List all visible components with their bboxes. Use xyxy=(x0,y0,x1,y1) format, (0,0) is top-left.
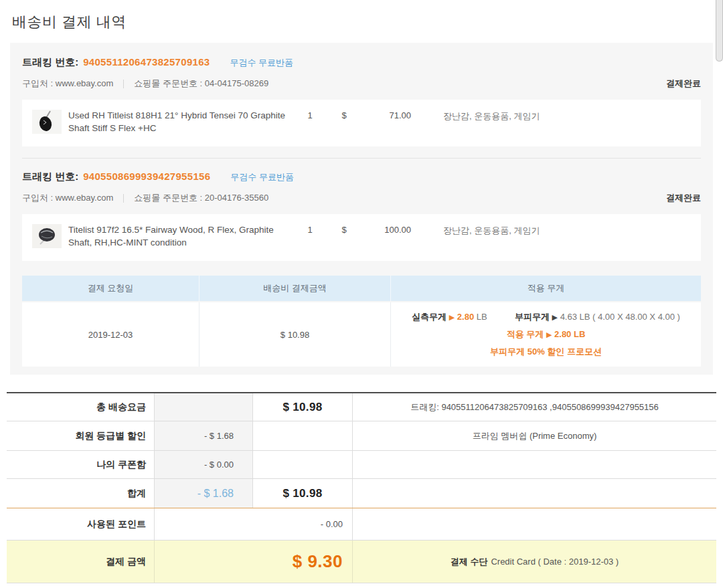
arrow-icon: ▶ xyxy=(552,313,558,321)
weight-table-body: 2019-12-03 $ 10.98 실측무게 ▶ 2.80 LB 부피무게 ▶… xyxy=(22,301,701,367)
member-discount-note: 프라임 멤버쉽 (Prime Economy) xyxy=(352,421,716,450)
row-total-shipping: 총 배송요금 $ 10.98 트래킹: 94055112064738257091… xyxy=(7,393,716,421)
used-points-amount: - 0.00 xyxy=(154,508,352,540)
subtotal-discount: - $ 1.68 xyxy=(154,479,252,508)
header-shipping-amount: 배송비 결제금액 xyxy=(199,276,390,301)
member-discount-label: 회원 등급별 할인 xyxy=(7,421,154,450)
divider xyxy=(123,80,124,88)
page-title: 배송비 결제 내역 xyxy=(12,12,723,32)
measured-weight-label: 실측무게 xyxy=(412,312,447,322)
payment-amount-cell: $ 9.30 xyxy=(154,541,352,583)
purchase-source: 구입처 : www.ebay.com xyxy=(22,78,113,90)
shipment-1-header: 트래킹 번호: 9405511206473825709163 무검수 무료반품 xyxy=(22,56,701,69)
shipment-2-info: 구입처 : www.ebay.com 쇼핑몰 주문번호 : 20-04176-3… xyxy=(22,192,701,204)
my-coupons-label: 나의 쿠폰함 xyxy=(7,451,154,478)
payment-method-value: Credit Card ( Date : 2019-12-03 ) xyxy=(491,557,619,567)
my-coupons-amount: - $ 0.00 xyxy=(154,451,252,478)
member-discount-amount: - $ 1.68 xyxy=(154,421,252,450)
product-category: 장난감, 운동용품, 게임기 xyxy=(443,110,540,122)
product-price: 71.00 xyxy=(359,110,411,120)
total-shipping-tracking-note: 트래킹: 9405511206473825709163 ,94055086999… xyxy=(352,393,716,421)
used-points-note xyxy=(352,508,716,540)
section-divider xyxy=(22,158,701,159)
order-number: 쇼핑몰 주문번호 : 04-04175-08269 xyxy=(134,78,268,90)
shipping-payment-panel: 트래킹 번호: 9405511206473825709163 무검수 무료반품 … xyxy=(10,43,713,375)
tracking-number-label: 트래킹 번호: xyxy=(22,171,78,183)
total-shipping-discount-cell xyxy=(154,393,252,421)
payment-status-badge: 결제완료 xyxy=(666,192,701,204)
scrollbar-thumb[interactable] xyxy=(716,0,723,62)
applied-weight-details: 실측무게 ▶ 2.80 LB 부피무게 ▶ 4.63 LB ( 4.00 X 4… xyxy=(390,302,701,367)
product-name: Used RH Titleist 818H1 21° Hybrid Tensei… xyxy=(68,110,291,135)
total-shipping-amount: $ 10.98 xyxy=(252,393,352,421)
purchase-source: 구입처 : www.ebay.com xyxy=(22,192,113,204)
shipping-amount: $ 10.98 xyxy=(199,302,390,367)
row-member-discount: 회원 등급별 할인 - $ 1.68 프라임 멤버쉽 (Prime Econom… xyxy=(7,421,716,451)
product-row: Titelist 917f2 16.5* Fairway Wood, R Fle… xyxy=(22,214,701,261)
volume-weight-value: 4.63 LB ( 4.00 X 48.00 X 4.00 ) xyxy=(560,312,680,322)
shipment-2-header: 트래킹 번호: 9405508699939427955156 무검수 무료반품 xyxy=(22,171,701,183)
tracking-number-label: 트래킹 번호: xyxy=(22,56,78,69)
row-my-coupons: 나의 쿠폰함 - $ 0.00 xyxy=(7,451,716,479)
tracking-number-link[interactable]: 9405511206473825709163 xyxy=(83,56,210,68)
member-discount-empty-cell xyxy=(252,421,352,450)
weight-table-header: 결제 요청일 배송비 결제금액 적용 무게 xyxy=(22,276,701,301)
volume-weight-label: 부피무게 xyxy=(515,312,550,322)
measured-weight-value: 2.80 xyxy=(457,312,474,322)
product-qty: 1 xyxy=(291,224,329,235)
product-row: Used RH Titleist 818H1 21° Hybrid Tensei… xyxy=(22,100,701,146)
product-qty: 1 xyxy=(291,110,329,120)
product-name: Titelist 917f2 16.5* Fairway Wood, R Fle… xyxy=(68,224,291,250)
arrow-icon: ▶ xyxy=(546,330,552,338)
payment-status-badge: 결제완료 xyxy=(666,78,701,90)
volume-discount-promotion: 부피무게 50% 할인 프로모션 xyxy=(490,343,602,361)
applied-weight-label: 적용 무게 xyxy=(507,329,544,339)
subtotal-amount: $ 10.98 xyxy=(252,479,352,508)
free-return-link[interactable]: 무검수 무료반품 xyxy=(230,57,293,69)
payment-amount-label: 결제 금액 xyxy=(7,541,154,583)
header-applied-weight: 적용 무게 xyxy=(390,276,701,301)
total-shipping-label: 총 배송요금 xyxy=(7,393,154,421)
payment-method-cell: 결제 수단 Credit Card ( Date : 2019-12-03 ) xyxy=(352,541,716,583)
subtotal-note xyxy=(352,479,716,508)
currency-symbol: $ xyxy=(329,224,359,235)
row-used-points: 사용된 포인트 - 0.00 xyxy=(7,508,716,541)
measured-weight-unit: LB xyxy=(477,312,487,322)
product-image xyxy=(32,224,62,248)
applied-weight-value: 2.80 LB xyxy=(554,329,585,339)
product-price: 100.00 xyxy=(359,224,411,235)
product-image xyxy=(32,110,62,134)
order-number: 쇼핑몰 주문번호 : 20-04176-35560 xyxy=(134,192,268,204)
currency-symbol: $ xyxy=(329,110,359,120)
shipment-1-info: 구입처 : www.ebay.com 쇼핑몰 주문번호 : 04-04175-0… xyxy=(22,78,701,90)
payment-request-date: 2019-12-03 xyxy=(22,302,199,367)
used-points-label: 사용된 포인트 xyxy=(7,508,154,540)
product-category: 장난감, 운동용품, 게임기 xyxy=(443,224,540,237)
divider xyxy=(123,194,124,203)
header-payment-request-date: 결제 요청일 xyxy=(22,276,199,301)
subtotal-label: 합계 xyxy=(7,479,154,508)
row-subtotal: 합계 - $ 1.68 $ 10.98 xyxy=(7,479,716,508)
payment-method-label: 결제 수단 xyxy=(451,556,488,568)
payment-weight-table: 결제 요청일 배송비 결제금액 적용 무게 2019-12-03 $ 10.98… xyxy=(22,276,701,367)
arrow-icon: ▶ xyxy=(449,313,455,321)
tracking-number-link[interactable]: 9405508699939427955156 xyxy=(83,171,210,182)
applied-weight-line: 적용 무게 ▶ 2.80 LB xyxy=(507,326,586,343)
my-coupons-empty-cell xyxy=(252,451,352,478)
row-payment-amount: 결제 금액 $ 9.30 결제 수단 Credit Card ( Date : … xyxy=(7,541,716,583)
payment-summary-table: 총 배송요금 $ 10.98 트래킹: 94055112064738257091… xyxy=(7,392,716,583)
payment-amount-value: $ 9.30 xyxy=(293,551,343,572)
free-return-link[interactable]: 무검수 무료반품 xyxy=(230,171,294,183)
weight-line-measured-volume: 실측무게 ▶ 2.80 LB 부피무게 ▶ 4.63 LB ( 4.00 X 4… xyxy=(412,308,680,326)
my-coupons-note xyxy=(352,451,716,478)
